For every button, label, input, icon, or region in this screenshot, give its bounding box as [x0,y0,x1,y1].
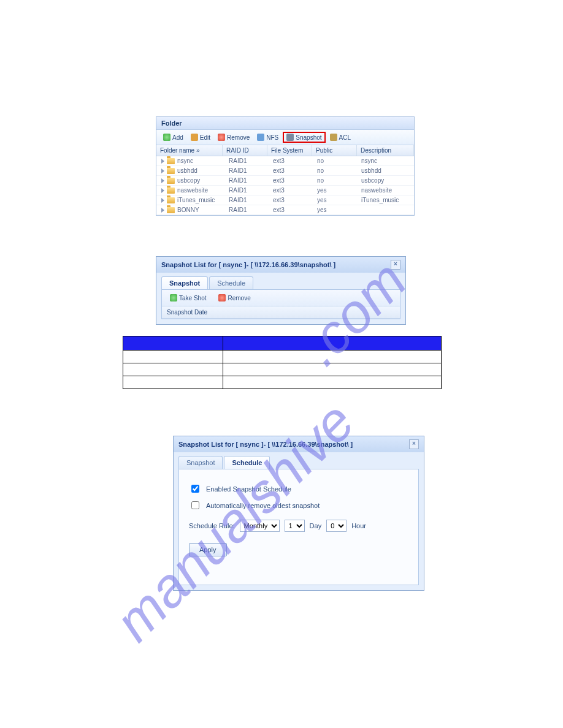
dialog-title: Snapshot List for [ nsync ]- [ \\172.16.… [156,257,405,273]
take-shot-button[interactable]: Take Shot [167,293,209,303]
tab-snapshot[interactable]: Snapshot [161,276,208,289]
close-icon[interactable]: × [409,439,419,449]
snapshot-toolbar: Take Shot Remove [162,290,400,306]
day-select[interactable]: 1 [285,520,305,532]
table-row[interactable]: BONNYRAID1ext3yes [156,205,414,215]
remove-icon [218,134,225,141]
table-cell [223,363,442,376]
nfs-icon [257,134,264,141]
folder-grid-header: Folder name » RAID ID File System Public… [156,145,414,156]
schedule-rule-row: Schedule Rule: Monthly 1 Day 0 Hour [189,520,408,532]
table-header [223,336,442,351]
acl-icon [330,134,337,141]
folder-toolbar: Add Edit Remove NFS Snapshot ACL [156,130,414,145]
table [123,336,442,389]
folder-panel-title: Folder [156,117,414,130]
auto-remove-label: Automatically remove oldest snapshot [206,502,320,509]
dialog-tabs: Snapshot Schedule [156,273,405,289]
table-cell [123,376,223,389]
enable-schedule-row: Enabled Snapshot Schedule [189,483,408,495]
dialog-title: Snapshot List for [ nsync ]- [ \\172.16.… [174,436,424,452]
add-button[interactable]: Add [160,132,186,142]
apply-row: Apply [189,543,408,556]
table-row[interactable]: nsyncRAID1ext3nonsync [156,156,414,166]
schedule-dialog: Snapshot List for [ nsync ]- [ \\172.16.… [173,436,424,591]
remove-button[interactable]: Remove [215,132,253,142]
table-row[interactable]: naswebsiteRAID1ext3yesnaswebsite [156,186,414,195]
snapshot-date-column[interactable]: Snapshot Date [162,306,400,319]
schedule-tab-body: Enabled Snapshot Schedule Automatically … [178,469,419,585]
remove-shot-button[interactable]: Remove [215,293,253,303]
snapshot-dialog: Snapshot List for [ nsync ]- [ \\172.16.… [156,256,406,325]
enable-schedule-checkbox[interactable] [191,485,199,493]
tab-schedule[interactable]: Schedule [209,276,253,289]
snapshot-tab-body: Take Shot Remove Snapshot Date [161,289,400,319]
table-row[interactable]: usbcopyRAID1ext3nousbcopy [156,176,414,186]
acl-button[interactable]: ACL [327,132,354,142]
tab-schedule[interactable]: Schedule [224,456,270,469]
apply-button[interactable]: Apply [189,543,227,556]
auto-remove-checkbox[interactable] [191,501,199,509]
hour-select[interactable]: 0 [326,520,347,532]
add-icon [163,134,170,141]
nfs-button[interactable]: NFS [254,132,282,142]
edit-icon [191,134,198,141]
auto-remove-row: Automatically remove oldest snapshot [189,499,408,511]
edit-button[interactable]: Edit [188,132,213,142]
hour-label: Hour [351,522,366,529]
description-table [123,336,442,389]
tab-snapshot[interactable]: Snapshot [178,456,223,469]
enable-schedule-label: Enabled Snapshot Schedule [206,485,291,493]
table-cell [123,363,223,376]
table-cell [123,351,223,363]
table-cell [223,376,442,389]
folder-panel: Folder Add Edit Remove NFS Snapshot ACL … [156,116,415,216]
dialog-tabs: Snapshot Schedule [174,452,424,469]
folder-grid-body: nsyncRAID1ext3nonsyncusbhddRAID1ext3nous… [156,156,414,215]
schedule-rule-label: Schedule Rule: [189,522,235,529]
snapshot-button[interactable]: Snapshot [283,132,325,143]
table-header [123,336,223,351]
table-row[interactable]: usbhddRAID1ext3nousbhdd [156,166,414,176]
snapshot-icon [286,134,294,141]
frequency-select[interactable]: Monthly [240,520,280,532]
day-label: Day [310,522,322,529]
add-icon [170,294,177,301]
table-row[interactable]: iTunes_musicRAID1ext3yesiTunes_music [156,195,414,205]
remove-icon [218,294,226,301]
table-cell [223,351,442,363]
close-icon[interactable]: × [391,260,400,270]
